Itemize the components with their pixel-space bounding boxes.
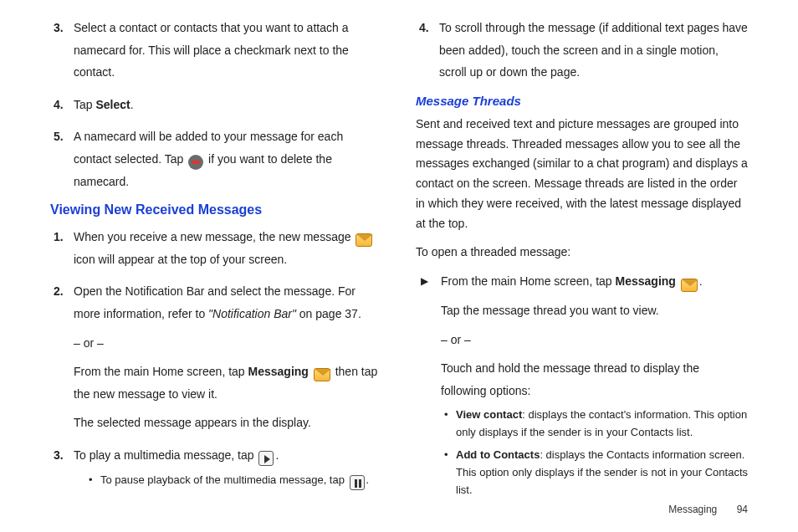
bullet-text: View contact: displays the contact's inf… (456, 407, 748, 442)
list-text: A namecard will be added to your message… (74, 125, 382, 192)
list-number: 3. (50, 17, 74, 84)
section-heading: Viewing New Received Messages (50, 202, 382, 217)
list-text: When you receive a new message, the new … (74, 226, 382, 270)
text: From the main Home screen, tap (441, 274, 616, 288)
list-text: Tap Select. (74, 94, 382, 116)
text: From the main Home screen, tap (74, 365, 248, 378)
bullet-item: • View contact: displays the contact's i… (444, 407, 748, 442)
paragraph: To open a threaded message: (416, 243, 748, 263)
bullet-icon: • (444, 407, 456, 442)
delete-icon (188, 155, 203, 170)
text: From the main Home screen, tap Messaging… (441, 270, 748, 293)
list-text: Open the Notification Bar and select the… (74, 280, 382, 434)
triangle-icon: ▶ (421, 270, 441, 504)
list-item: 3. Select a contact or contacts that you… (50, 17, 382, 84)
text: . (366, 473, 370, 486)
list-text: Select a contact or contacts that you wa… (74, 17, 382, 84)
page-columns: 3. Select a contact or contacts that you… (50, 17, 748, 509)
list-text: To play a multimedia message, tap . • To… (74, 444, 382, 494)
bold-text: Messaging (616, 274, 676, 288)
footer-section: Messaging (668, 504, 717, 515)
bullet-text: Add to Contacts: displays the Contacts i… (456, 447, 748, 499)
message-icon (356, 233, 372, 247)
text: From the main Home screen, tap Messaging… (74, 361, 382, 405)
text: When you receive a new message, the new … (74, 230, 354, 243)
page-number: 94 (737, 504, 748, 515)
text: The selected message appears in the disp… (74, 412, 382, 434)
messaging-icon (314, 368, 330, 381)
list-number: 3. (50, 444, 74, 494)
page-footer: Messaging 94 (668, 504, 748, 515)
list-number: 4. (50, 94, 74, 116)
or-text: – or – (74, 332, 382, 355)
list-item: 5. A namecard will be added to your mess… (50, 125, 382, 192)
bullet-item: • To pause playback of the multimedia me… (89, 472, 382, 489)
triangle-body: From the main Home screen, tap Messaging… (441, 270, 748, 504)
text: Touch and hold the message thread to dis… (441, 357, 748, 402)
list-item: 1. When you receive a new message, the n… (50, 226, 382, 270)
triangle-item: ▶ From the main Home screen, tap Messagi… (421, 270, 748, 504)
left-column: 3. Select a contact or contacts that you… (50, 17, 382, 509)
text: Tap the message thread you want to view. (441, 299, 748, 322)
list-text: To scroll through the message (if additi… (439, 17, 748, 84)
bold-text: Add to Contacts (456, 448, 540, 461)
text: To play a multimedia message, tap (74, 448, 257, 462)
text: on page 37. (296, 307, 361, 320)
text: To pause playback of the multimedia mess… (100, 473, 348, 486)
paragraph: Sent and received text and picture messa… (416, 115, 748, 234)
list-item: 4. To scroll through the message (if add… (416, 17, 748, 84)
list-number: 1. (50, 226, 74, 270)
bullet-item: • Add to Contacts: displays the Contacts… (444, 447, 748, 499)
bold-text: View contact (456, 408, 522, 421)
bold-text: Messaging (248, 365, 309, 378)
subsection-heading: Message Threads (416, 94, 748, 108)
list-item: 2. Open the Notification Bar and select … (50, 280, 382, 434)
italic-text: "Notification Bar" (208, 307, 296, 320)
pause-icon (350, 475, 365, 490)
text: . (699, 274, 703, 288)
list-number: 4. (416, 17, 439, 84)
list-item: 3. To play a multimedia message, tap . •… (50, 444, 382, 494)
text: . (130, 98, 134, 111)
list-number: 5. (50, 125, 74, 192)
list-number: 2. (50, 280, 74, 434)
bullet-text: To pause playback of the multimedia mess… (100, 472, 369, 489)
play-icon (258, 451, 274, 466)
bullet-icon: • (89, 472, 100, 489)
text: . (275, 448, 279, 462)
bullet-icon: • (444, 447, 456, 499)
list-item: 4. Tap Select. (50, 94, 382, 116)
text: icon will appear at the top of your scre… (74, 253, 287, 266)
messaging-icon (681, 279, 698, 292)
right-column: 4. To scroll through the message (if add… (416, 17, 748, 509)
or-text: – or – (441, 329, 748, 351)
bold-text: Select (95, 98, 130, 111)
text: Tap (74, 98, 95, 111)
